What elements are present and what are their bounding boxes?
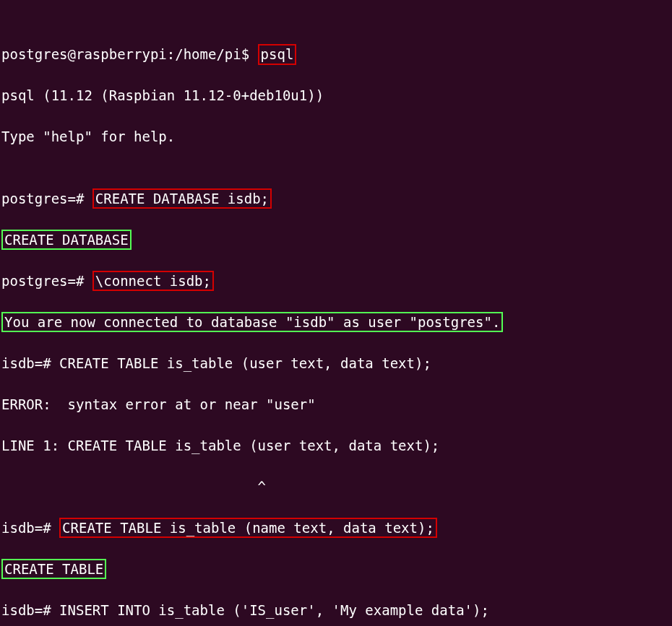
line-create-table: isdb=# CREATE TABLE is_table (name text,…: [1, 518, 671, 539]
result-create-database: CREATE DATABASE: [1, 230, 132, 251]
line-create-db-result: CREATE DATABASE: [1, 230, 671, 251]
line-error-1: ERROR: syntax error at or near "user": [1, 394, 671, 415]
shell-prompt: postgres@raspberrypi:/home/pi$: [1, 46, 258, 62]
cmd-create-database: CREATE DATABASE isdb;: [92, 188, 272, 209]
cmd-psql: psql: [258, 44, 297, 65]
psql-prompt: postgres=#: [1, 191, 92, 207]
cmd-create-table: CREATE TABLE is_table (name text, data t…: [59, 518, 437, 539]
line-create-table-result: CREATE TABLE: [1, 559, 671, 580]
line-psql-version: psql (11.12 (Raspbian 11.12-0+deb10u1)): [1, 85, 671, 106]
line-psql-launch: postgres@raspberrypi:/home/pi$ psql: [1, 44, 671, 65]
line-create-db: postgres=# CREATE DATABASE isdb;: [1, 188, 671, 209]
terminal[interactable]: postgres@raspberrypi:/home/pi$ psql psql…: [0, 0, 672, 626]
psql-prompt: postgres=#: [1, 273, 92, 289]
line-help-hint: Type "help" for help.: [1, 126, 671, 147]
psql-prompt: isdb=#: [1, 520, 59, 536]
line-connected-result: You are now connected to database "isdb"…: [1, 312, 671, 333]
line-error-1-detail: LINE 1: CREATE TABLE is_table (user text…: [1, 435, 671, 456]
line-connect: postgres=# \connect isdb;: [1, 271, 671, 292]
line-error-1-caret: ^: [1, 477, 671, 497]
result-connected: You are now connected to database "isdb"…: [1, 312, 503, 333]
line-create-table-err-cmd: isdb=# CREATE TABLE is_table (user text,…: [1, 353, 671, 374]
result-create-table: CREATE TABLE: [1, 559, 106, 580]
line-insert-err-cmd: isdb=# INSERT INTO is_table ('IS_user', …: [1, 600, 671, 621]
cmd-connect-isdb: \connect isdb;: [92, 271, 214, 292]
